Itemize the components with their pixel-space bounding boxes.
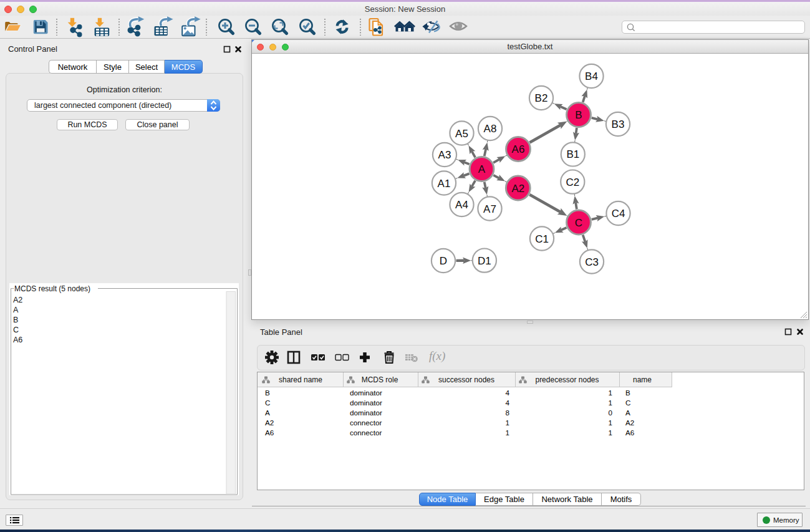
svg-text:D: D xyxy=(440,255,447,267)
svg-text:A4: A4 xyxy=(455,199,468,211)
svg-text:A6: A6 xyxy=(512,143,525,155)
svg-text:D1: D1 xyxy=(478,255,491,267)
svg-text:A3: A3 xyxy=(438,149,451,161)
svg-text:B2: B2 xyxy=(535,92,548,104)
svg-text:B3: B3 xyxy=(612,118,625,130)
svg-text:A5: A5 xyxy=(455,128,468,140)
svg-text:B1: B1 xyxy=(566,148,579,160)
svg-text:C2: C2 xyxy=(566,177,579,188)
svg-text:B: B xyxy=(575,109,582,121)
svg-text:A2: A2 xyxy=(511,183,524,195)
svg-text:C: C xyxy=(575,217,582,229)
svg-text:A8: A8 xyxy=(484,123,497,135)
svg-text:B4: B4 xyxy=(585,70,598,82)
svg-text:C1: C1 xyxy=(535,233,549,245)
svg-text:A7: A7 xyxy=(483,203,496,215)
svg-text:C3: C3 xyxy=(585,256,599,268)
svg-text:C4: C4 xyxy=(612,208,625,220)
svg-text:A1: A1 xyxy=(438,178,451,190)
svg-text:A: A xyxy=(478,163,486,175)
